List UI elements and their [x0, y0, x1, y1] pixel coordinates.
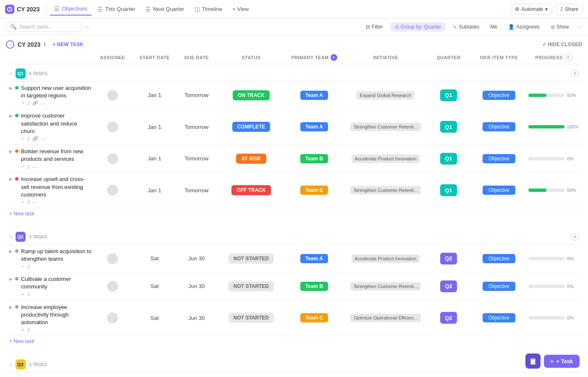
task-name-cell: ▶ Increase upsell and cross-sell revenue… [9, 175, 92, 205]
hide-closed-button[interactable]: ✓ HIDE CLOSED [542, 42, 582, 47]
q3-badge: Q3 [16, 359, 26, 369]
task-dot [15, 177, 18, 181]
okr-type-cell: Objective [470, 122, 528, 131]
progress-cell: 100% [528, 124, 579, 129]
initiative-cell: Strengthen Customer Retenti... [344, 282, 428, 291]
task-meta: ⤷ 2 [21, 292, 92, 297]
q1-add-task-row[interactable]: + New task [6, 208, 582, 219]
team-filter-icon[interactable]: + [331, 54, 337, 61]
expand-icon[interactable]: ▶ [9, 86, 13, 90]
me-button[interactable]: Me [487, 22, 501, 31]
clipboard-button[interactable]: 📋 [525, 353, 541, 369]
subtasks-button[interactable]: ⤷ Subtasks [449, 22, 483, 31]
quarter-cell: Q1 [428, 153, 470, 165]
share-icon: ⤴ [560, 6, 563, 12]
initiative-cell: Optimize Operational Efficien... [344, 314, 428, 322]
q3-tasks-count: 3 TASKS [29, 362, 47, 367]
quarter-value: Q2 [440, 253, 457, 264]
subtask-icon: ⤷ [21, 199, 25, 205]
expand-icon[interactable]: ▶ [9, 177, 13, 181]
team-badge: Team C [300, 186, 328, 195]
q2-add-task-row[interactable]: + New task [6, 336, 582, 347]
quarter-cell: Q2 [428, 312, 470, 324]
avatar [107, 185, 118, 196]
add-column-icon[interactable]: + [564, 54, 572, 61]
initiative-badge: Strengthen Customer Retenti... [350, 123, 421, 131]
status-badge[interactable]: NOT STARTED [228, 254, 274, 264]
show-icon: ◎ [551, 24, 555, 30]
automate-icon: ⚙ [515, 6, 520, 12]
start-date: Jan 1 [134, 155, 176, 162]
expand-icon[interactable]: ▶ [9, 305, 13, 309]
q3-collapse-icon[interactable]: ○ [9, 362, 12, 367]
year-collapse-icon[interactable]: ○ [6, 40, 14, 49]
search-icon: 🔍 [10, 24, 17, 30]
link-icon: 🔗 [32, 100, 38, 106]
filter-button[interactable]: ⊟ Filter [362, 22, 386, 31]
progress-text: 0% [567, 156, 579, 161]
share-button[interactable]: ⤴ Share [556, 4, 583, 15]
this-quarter-icon: ☰ [97, 6, 103, 13]
status-badge[interactable]: AT RISK [236, 154, 266, 164]
status-badge[interactable]: NOT STARTED [228, 281, 274, 291]
group-by-button[interactable]: ⊙ Group by: Quarter [391, 22, 446, 31]
q3-header: ○ Q3 3 TASKS + [6, 355, 582, 372]
initiative-badge: Accelerate Product Innovation [352, 154, 420, 163]
assignee-cell [92, 253, 134, 264]
expand-icon[interactable]: ▶ [9, 249, 13, 254]
toolbar-right: ⊟ Filter ⊙ Group by: Quarter ⤷ Subtasks … [362, 22, 582, 31]
due-date: Tomorrow [176, 155, 218, 162]
task-dot [15, 149, 18, 153]
expand-icon[interactable]: ▶ [9, 277, 13, 281]
nav-next-quarter[interactable]: ☰ Next Quarter [141, 3, 188, 15]
q1-add-task-icon[interactable]: + [571, 70, 579, 77]
nav-objectives[interactable]: ☰ Objectives [50, 3, 92, 16]
status-badge[interactable]: ON TRACK [233, 90, 269, 100]
add-task-float-button[interactable]: + + Task [544, 355, 580, 368]
progress-fill [528, 188, 546, 192]
task-name: Increase upsell and cross-sell revenue f… [21, 175, 92, 199]
col-primary-team: PRIMARY TEAM + [285, 54, 344, 61]
due-date: Tomorrow [176, 124, 218, 130]
subtask-icon: ⤷ [21, 164, 25, 169]
nav-timeline[interactable]: ◫ Timeline [190, 3, 227, 15]
nav-right: ⚙ Automate ▾ ⤴ Share [510, 4, 583, 15]
assignee-cell [92, 153, 134, 164]
quarter-value: Q2 [440, 280, 457, 292]
q1-section: ○ Q1 4 TASKS + ▶ Support new user acquis… [6, 64, 582, 219]
status-badge[interactable]: COMPLETE [232, 122, 270, 132]
search-box[interactable]: 🔍 Search tasks... [6, 22, 81, 32]
new-task-link[interactable]: + NEW TASK [52, 42, 83, 47]
quarter-cell: Q2 [428, 280, 470, 292]
show-button[interactable]: ◎ Show [547, 22, 572, 31]
task-dot [15, 86, 18, 89]
task-name: Support new user acquisition in targeted… [21, 84, 92, 99]
expand-icon[interactable]: ▶ [9, 113, 13, 118]
status-badge[interactable]: OFF TRACK [231, 185, 270, 195]
q1-collapse-icon[interactable]: ○ [9, 71, 12, 76]
status-badge[interactable]: NOT STARTED [228, 313, 274, 323]
status-cell: NOT STARTED [218, 313, 285, 323]
nav-this-quarter[interactable]: ☰ This Quarter [93, 3, 139, 15]
table-row: ▶ Increase upsell and cross-sell revenue… [6, 173, 582, 208]
toolbar-more-icon[interactable]: ··· [577, 23, 582, 31]
q2-collapse-icon[interactable]: ○ [9, 234, 12, 239]
progress-text: 0% [567, 315, 579, 320]
initiative-cell: Expand Global Research [344, 91, 428, 99]
more-options-icon[interactable]: ··· [85, 23, 90, 31]
col-quarter: QUARTER [428, 55, 470, 60]
expand-icon[interactable]: ▶ [9, 149, 13, 154]
nav-view[interactable]: + View [228, 3, 253, 15]
team-cell: Team A [285, 91, 344, 100]
task-meta: ⤷ 2 — [21, 164, 92, 169]
next-quarter-icon: ☰ [145, 6, 151, 13]
q2-add-task-icon[interactable]: + [571, 233, 579, 241]
progress-bar [528, 285, 564, 288]
objectives-icon: ☰ [54, 5, 60, 12]
due-date: Tomorrow [176, 92, 218, 98]
automate-button[interactable]: ⚙ Automate ▾ [510, 4, 552, 15]
due-date: Jun 30 [176, 315, 218, 321]
team-cell: Team B [285, 154, 344, 163]
assignees-button[interactable]: 👤 Assignees [505, 22, 543, 31]
initiative-badge: Expand Global Research [357, 91, 415, 99]
